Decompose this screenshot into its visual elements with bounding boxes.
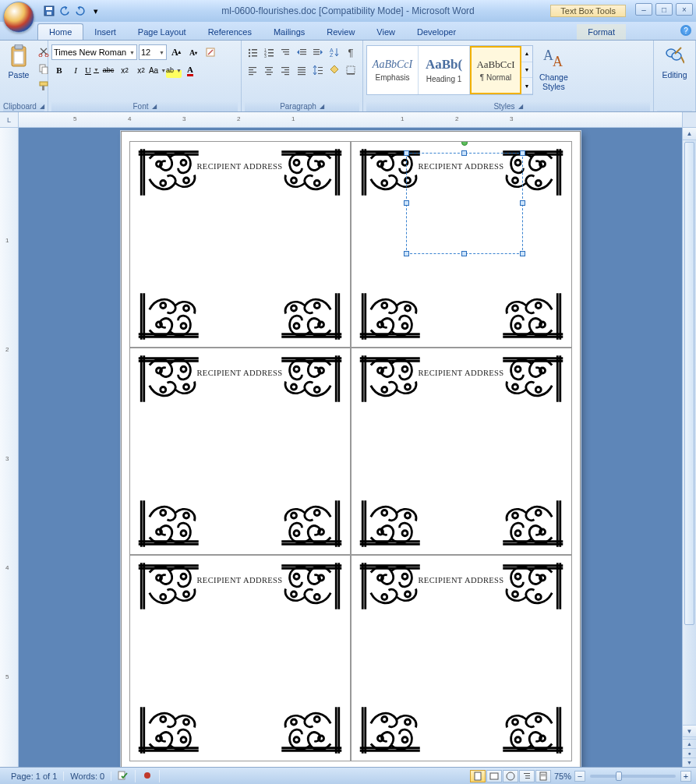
bullets-icon[interactable] (245, 44, 260, 60)
superscript-button[interactable]: x2 (133, 62, 149, 78)
recipient-address-text[interactable]: RECIPIENT ADDRESS (196, 369, 282, 377)
tab-view[interactable]: View (366, 24, 406, 40)
zoom-slider-thumb[interactable] (616, 772, 622, 781)
chevron-down-icon[interactable]: ▼ (521, 62, 532, 79)
draft-view-icon[interactable] (535, 770, 551, 782)
web-layout-view-icon[interactable] (503, 770, 518, 782)
font-name-combo[interactable]: Times New Roman▼ (51, 44, 137, 60)
scroll-down-icon[interactable]: ▼ (683, 725, 696, 737)
help-icon[interactable]: ? (680, 25, 691, 36)
resize-handle[interactable] (520, 150, 525, 156)
bold-button[interactable]: B (51, 62, 67, 78)
vertical-scrollbar[interactable]: ▲ ▼ ▲ ● ▼ (682, 128, 696, 767)
status-page[interactable]: Page: 1 of 1 (5, 772, 64, 781)
show-marks-icon[interactable]: ¶ (343, 44, 359, 60)
resize-handle[interactable] (404, 150, 409, 156)
save-icon[interactable] (42, 4, 56, 18)
highlight-button[interactable]: ab▼ (166, 62, 182, 78)
recipient-address-text[interactable]: RECIPIENT ADDRESS (418, 576, 503, 584)
clear-formatting-icon[interactable] (203, 44, 218, 60)
font-size-combo[interactable]: 12▼ (139, 44, 167, 60)
zoom-slider[interactable] (590, 775, 676, 778)
tab-mailings[interactable]: Mailings (263, 24, 316, 40)
office-button[interactable] (3, 2, 34, 33)
increase-indent-icon[interactable] (310, 44, 326, 60)
change-styles-button[interactable]: AA Change Styles (536, 45, 571, 93)
decrease-indent-icon[interactable] (294, 44, 309, 60)
zoom-percent[interactable]: 75% (554, 772, 571, 781)
restore-button[interactable]: □ (655, 3, 673, 16)
clipboard-dialog-launcher-icon[interactable]: ◢ (40, 103, 44, 110)
undo-icon[interactable] (58, 4, 72, 18)
zoom-out-button[interactable]: − (574, 771, 585, 782)
strikethrough-button[interactable]: abc (101, 62, 116, 78)
prev-page-icon[interactable]: ▲ (683, 739, 696, 748)
tab-review[interactable]: Review (316, 24, 366, 40)
recipient-address-text[interactable]: RECIPIENT ADDRESS (196, 576, 282, 584)
style-normal[interactable]: AaBbCcI ¶ Normal (470, 46, 521, 94)
browse-object-icon[interactable]: ● (683, 748, 696, 758)
align-right-icon[interactable] (277, 62, 293, 78)
paste-button[interactable]: Paste (3, 42, 34, 81)
qat-customize-icon[interactable]: ▾ (89, 4, 103, 18)
document-canvas[interactable]: RECIPIENT ADDRESSRECIPIENT ADDRESSRECIPI… (19, 128, 682, 767)
next-page-icon[interactable]: ▼ (683, 758, 696, 767)
tab-developer[interactable]: Developer (406, 24, 467, 40)
sort-icon[interactable]: AZ (327, 44, 342, 60)
justify-icon[interactable] (294, 62, 309, 78)
shrink-font-icon[interactable]: A▾ (185, 44, 201, 60)
tab-references[interactable]: References (197, 24, 263, 40)
tab-format[interactable]: Format (577, 24, 626, 40)
chevron-up-icon[interactable]: ▲ (521, 46, 532, 62)
italic-button[interactable]: I (68, 62, 83, 78)
styles-gallery[interactable]: AaBbCcI Emphasis AaBb( Heading 1 AaBbCcI… (366, 45, 533, 95)
paragraph-dialog-launcher-icon[interactable]: ◢ (320, 103, 324, 110)
rotate-handle[interactable] (461, 141, 468, 146)
tab-insert[interactable]: Insert (83, 24, 127, 40)
label-cell[interactable]: RECIPIENT ADDRESS (129, 141, 351, 348)
tab-page-layout[interactable]: Page Layout (127, 24, 197, 40)
underline-button[interactable]: U▼ (84, 62, 100, 78)
recipient-address-text[interactable]: RECIPIENT ADDRESS (196, 162, 282, 171)
multilevel-list-icon[interactable] (277, 44, 293, 60)
subscript-button[interactable]: x2 (117, 62, 132, 78)
label-cell[interactable]: RECIPIENT ADDRESS (351, 555, 572, 761)
styles-dialog-launcher-icon[interactable]: ◢ (518, 103, 523, 110)
borders-icon[interactable] (343, 62, 359, 78)
close-button[interactable]: × (676, 3, 693, 16)
grow-font-icon[interactable]: A▴ (168, 44, 184, 60)
minimize-button[interactable]: – (635, 3, 652, 16)
vertical-ruler[interactable]: 1 2 3 4 5 (0, 128, 19, 767)
line-spacing-icon[interactable] (310, 62, 326, 78)
tab-home[interactable]: Home (37, 23, 83, 40)
label-cell[interactable]: RECIPIENT ADDRESS (129, 348, 351, 554)
resize-handle[interactable] (461, 251, 467, 256)
print-layout-view-icon[interactable] (470, 770, 486, 782)
redo-icon[interactable] (73, 4, 87, 18)
scroll-up-icon[interactable]: ▲ (683, 128, 696, 140)
recipient-address-text[interactable]: RECIPIENT ADDRESS (418, 369, 503, 377)
resize-handle[interactable] (461, 150, 467, 156)
resize-handle[interactable] (520, 200, 525, 206)
resize-handle[interactable] (404, 200, 409, 206)
ruler-toggle-icon[interactable] (682, 112, 696, 127)
align-left-icon[interactable] (245, 62, 260, 78)
textbox-selection[interactable] (406, 153, 523, 254)
scroll-thumb[interactable] (684, 142, 694, 625)
editing-button[interactable]: Editing (659, 42, 690, 81)
gallery-more-icon[interactable]: ▼ (521, 78, 532, 94)
label-cell[interactable]: RECIPIENT ADDRESS (351, 348, 572, 554)
zoom-in-button[interactable]: + (680, 771, 691, 782)
outline-view-icon[interactable] (519, 770, 535, 782)
style-heading1[interactable]: AaBb( Heading 1 (419, 46, 470, 94)
horizontal-ruler[interactable]: 5 4 3 2 1 1 2 3 (19, 112, 682, 127)
macro-recording-icon[interactable] (136, 770, 160, 782)
numbering-icon[interactable]: 123 (261, 44, 277, 60)
style-emphasis[interactable]: AaBbCcI Emphasis (367, 46, 419, 94)
font-dialog-launcher-icon[interactable]: ◢ (152, 103, 157, 110)
align-center-icon[interactable] (261, 62, 277, 78)
shading-icon[interactable] (327, 62, 342, 78)
label-cell[interactable]: RECIPIENT ADDRESS (351, 141, 572, 348)
resize-handle[interactable] (404, 251, 409, 256)
gallery-scroll[interactable]: ▲ ▼ ▼ (521, 46, 532, 94)
